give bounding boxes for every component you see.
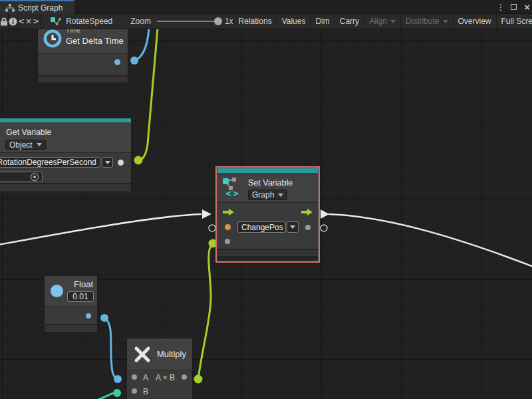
input-port-a[interactable] <box>132 374 137 380</box>
node-title: Set Variable <box>248 178 293 188</box>
node-ports <box>45 306 97 324</box>
value-wire-get-variable <box>139 29 158 160</box>
output-port-float[interactable] <box>86 313 91 319</box>
selection-highlight: <> Set Variable Graph ChangePos <box>215 166 320 263</box>
overview-button[interactable]: Overview <box>454 14 497 29</box>
toolbar-actions: Relations Values Dim Carry Align Distrib… <box>234 14 532 29</box>
align-button[interactable]: Align <box>364 14 401 29</box>
node-footer <box>45 325 97 332</box>
graph-name-label: RotateSpeed <box>66 17 112 26</box>
variable-name-field[interactable]: ChangePos <box>237 221 286 233</box>
node-ports: A A × B B <box>127 370 192 399</box>
clock-icon <box>43 29 63 49</box>
input-port-b[interactable] <box>132 388 137 394</box>
node-title: Get Delta Time <box>66 36 124 46</box>
distribute-button[interactable]: Distribute <box>401 14 454 29</box>
node-float[interactable]: Float 0.01 <box>44 275 98 332</box>
values-button[interactable]: Values <box>277 14 311 29</box>
value-wire-into-multiply-b <box>97 393 113 399</box>
output-port-delta-time[interactable] <box>114 59 120 65</box>
zoom-label: Zoom <box>130 17 151 26</box>
port-label-result: A × B <box>156 373 175 382</box>
lock-icon <box>0 17 8 26</box>
node-title: Float <box>74 279 93 289</box>
chevron-down-icon <box>37 143 42 146</box>
graph-canvas[interactable]: Time Get Delta Time Get Variable Object … <box>0 29 532 399</box>
close-icon[interactable]: × <box>524 2 530 12</box>
dim-button[interactable]: Dim <box>311 14 334 29</box>
chevron-down-icon <box>290 225 295 229</box>
input-port-name[interactable] <box>225 224 231 230</box>
target-object-field[interactable]: This <box>0 172 43 182</box>
window-controls: × <box>498 0 530 14</box>
port-label-a: A <box>143 373 148 382</box>
value-wire-multiply-to-set-variable <box>198 244 212 379</box>
output-port-value[interactable] <box>305 225 311 230</box>
input-port-value[interactable] <box>225 239 230 244</box>
float-value-field[interactable]: 0.01 <box>67 291 94 302</box>
svg-text:<>: <> <box>225 188 239 198</box>
relations-button[interactable]: Relations <box>234 14 277 29</box>
zoom-slider[interactable] <box>157 21 218 22</box>
node-get-variable[interactable]: Get Variable Object RotationDegreesPerSe… <box>0 118 132 192</box>
wire-endpoint-multiply-a <box>114 375 122 383</box>
node-header: Time Get Delta Time <box>38 29 128 53</box>
variable-kind-dropdown[interactable]: Object <box>5 140 46 150</box>
code-view-icon: <×> <box>18 17 40 26</box>
flow-wire-left <box>0 214 201 245</box>
float-icon <box>51 285 63 297</box>
wire-endpoint-get-variable <box>134 156 143 165</box>
tab-bar: Script Graph × <box>0 0 532 14</box>
node-ports: RotationDegreesPerSecond This <box>0 152 131 183</box>
node-footer <box>0 184 131 192</box>
port-row-a: A A × B <box>127 370 192 384</box>
variable-name-dropdown-button[interactable] <box>287 221 299 233</box>
tab-title: Script Graph <box>18 3 63 13</box>
fullscreen-button[interactable]: Full Screen <box>497 14 532 29</box>
lock-button[interactable] <box>0 14 9 29</box>
chevron-down-icon <box>105 161 110 164</box>
zoom-slider-handle[interactable] <box>214 17 222 25</box>
output-port-result[interactable] <box>182 374 187 380</box>
node-header: <> Set Variable Graph <box>217 173 318 202</box>
wire-endpoint-float-out <box>100 314 108 322</box>
node-multiply[interactable]: Multiply A A × B B <box>126 338 193 399</box>
flow-output-arrow-icon[interactable] <box>301 208 313 216</box>
variable-name-field[interactable]: RotationDegreesPerSecond <box>0 157 100 168</box>
object-picker-icon[interactable] <box>31 173 39 181</box>
value-wire-float-to-multiply <box>104 318 116 378</box>
graph-info-section: RotateSpeed Zoom 1x <box>41 14 233 29</box>
node-header: Float 0.01 <box>45 276 97 306</box>
chevron-down-icon <box>443 20 448 23</box>
variable-kind-dropdown[interactable]: Graph <box>248 190 287 200</box>
node-set-variable[interactable]: <> Set Variable Graph ChangePos <box>217 168 319 261</box>
code-view-button[interactable]: <×> <box>18 14 41 29</box>
more-menu-icon[interactable] <box>498 4 503 11</box>
chevron-down-icon <box>390 20 396 23</box>
node-title: Multiply <box>157 349 186 359</box>
carry-button[interactable]: Carry <box>335 14 364 29</box>
variable-name-row: ChangePos <box>217 220 318 235</box>
node-title: Get Variable <box>6 128 52 137</box>
port-label-b: B <box>143 387 148 396</box>
node-get-delta-time[interactable]: Time Get Delta Time <box>37 29 128 83</box>
value-input-row <box>217 235 318 249</box>
graph-toolbar: <×> RotateSpeed Zoom 1x Relations Values… <box>0 14 532 29</box>
port-row-b: B <box>127 384 192 398</box>
info-button[interactable] <box>9 14 18 29</box>
output-port-value[interactable] <box>118 160 124 166</box>
graph-tab-icon <box>5 4 15 12</box>
flow-arrow-out-of-set-variable <box>321 209 329 219</box>
node-ports <box>38 53 128 75</box>
flow-input-arrow-icon[interactable] <box>223 208 234 216</box>
multiply-icon <box>132 344 152 364</box>
maximize-icon[interactable] <box>511 4 517 10</box>
wire-endpoint-multiply-b <box>113 389 121 397</box>
unconnected-port-circle-right[interactable] <box>321 225 327 231</box>
node-footer <box>38 76 128 82</box>
zoom-value: 1x <box>225 17 233 26</box>
tab-script-graph[interactable]: Script Graph <box>0 0 74 14</box>
variable-name-dropdown-button[interactable] <box>102 157 113 168</box>
unconnected-port-circle-left[interactable] <box>209 225 215 231</box>
node-accent-bar <box>217 168 318 173</box>
